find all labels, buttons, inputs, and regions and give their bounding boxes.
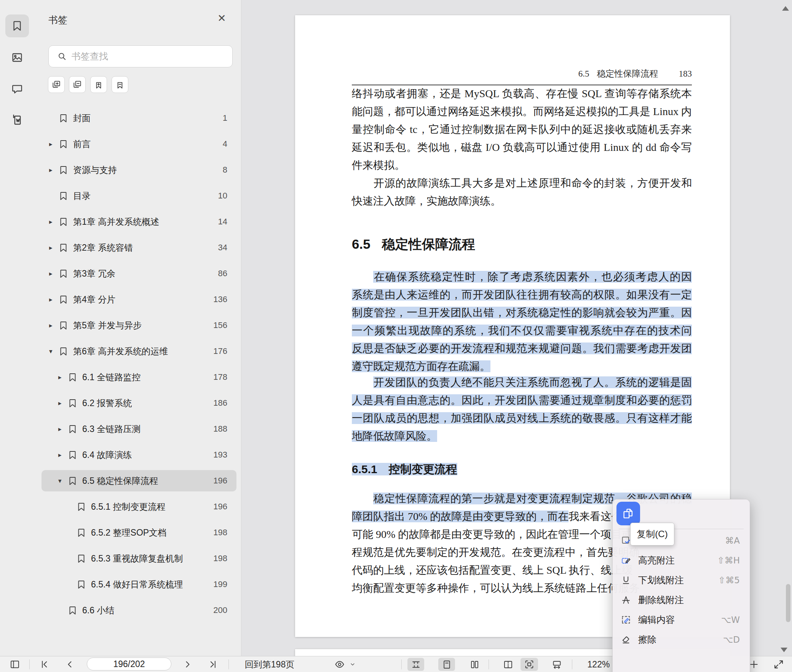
first-page-button[interactable] [37,656,53,672]
last-page-button[interactable] [205,656,221,672]
back-to-page-button[interactable]: 回到第198页 [239,656,300,672]
scroll-down-arrow[interactable] [781,648,787,652]
bookmark-icon [58,113,69,123]
bookmark-tree-item[interactable]: ▸ 第2章 系统容错 34 [37,235,241,261]
expand-all-icon [51,80,61,90]
previous-page-button[interactable] [62,656,78,672]
expand-all-button[interactable] [48,76,65,93]
rail-bookmarks-button[interactable] [5,14,29,37]
menu-item-label: 擦除 [638,634,656,646]
toolbar-divider [401,659,402,669]
rail-thumbnails-button[interactable] [5,46,29,69]
heading-number: 6.5.1 [352,463,377,475]
fit-page-button[interactable] [521,658,538,671]
fit-width-button[interactable] [548,658,565,671]
tree-arrow-icon[interactable]: ▸ [58,373,67,381]
bookmark-tree-item[interactable]: ▸ 第5章 并发与异步 156 [37,312,241,338]
rail-comments-button[interactable] [5,77,29,100]
menu-item-label: 编辑内容 [638,614,675,626]
bookmark-label: 6.4 故障演练 [82,449,132,461]
bookmark-tree-item[interactable]: 6.5.4 做好日常系统梳理 199 [37,571,241,597]
scrollbar-thumb[interactable] [786,584,790,622]
tree-arrow-icon[interactable]: ▸ [49,296,58,304]
next-page-button[interactable] [180,656,196,672]
fullscreen-button[interactable] [770,656,787,672]
context-menu-item[interactable]: 下划线附注 ⇧⌘5 [613,570,750,590]
bookmark-tree-item[interactable]: 6.6 小结 200 [37,597,241,623]
scroll-up-arrow[interactable] [782,6,789,11]
context-menu-item[interactable]: 编辑内容 ⌥W [613,610,750,630]
bookmark-tree-item[interactable]: ▸ 6.1 全链路监控 178 [37,364,241,390]
menu-item-label: 删除线附注 [638,594,684,606]
bookmark-label: 6.3 全链路压测 [82,423,141,435]
bookmarks-panel: 书签 ✕ 书签查找 封面 1 ▸ 前言 4 [37,0,241,656]
read-mode-button[interactable] [332,656,347,672]
bookmark-label: 封面 [73,112,91,124]
two-page-view-button[interactable] [466,658,483,671]
facing-pages-button[interactable] [500,658,516,671]
running-header-section-title: 稳定性保障流程 [597,68,658,80]
single-page-view-button[interactable] [438,658,455,671]
bookmark-tree-item[interactable]: 6.5.2 整理SOP文档 198 [37,520,241,546]
zoom-level-button[interactable]: 122% [583,656,614,672]
tree-arrow-icon[interactable]: ▸ [58,451,67,459]
copy-quick-action-button[interactable] [616,502,640,525]
bookmark-tree-item[interactable]: ▸ 前言 4 [37,131,241,157]
tree-arrow-icon[interactable]: ▸ [58,425,67,433]
tree-arrow-icon[interactable]: ▸ [58,399,67,407]
bookmark-tree-item[interactable]: ▸ 第3章 冗余 86 [37,261,241,286]
delete-bookmark-button[interactable] [112,76,128,93]
tree-arrow-icon[interactable]: ▸ [49,140,58,148]
add-bookmark-button[interactable] [90,76,107,93]
bookmark-tree-item[interactable]: ▸ 第4章 分片 136 [37,286,241,312]
page-number-input[interactable]: 196/202 [87,658,171,670]
bookmark-tree-item[interactable]: 封面 1 [37,105,241,131]
tree-arrow-icon[interactable]: ▸ [49,322,58,330]
text-line: 开源的故障演练工具大多是对上述原理和命令的封装，方便开发和运维人员 [352,174,692,192]
tree-arrow-icon[interactable]: ▾ [58,477,67,485]
text-line: 一团队成员的思想，加强团队成员对线上系统的敬畏感。只有这样才能最大程度 [352,409,692,427]
read-mode-dropdown[interactable] [348,656,357,672]
tree-arrow-icon[interactable]: ▸ [49,244,58,252]
tree-arrow-icon[interactable]: ▸ [49,270,58,278]
bookmark-tree-item[interactable]: 目录 10 [37,183,241,209]
comment-icon [11,83,23,95]
bookmark-tree-item[interactable]: ▸ 6.2 报警系统 186 [37,390,241,416]
bookmark-search-input[interactable]: 书签查找 [48,45,233,67]
bookmark-page-number: 156 [213,320,227,330]
bookmark-tree-item[interactable]: ▾ 6.5 稳定性保障流程 196 [37,468,241,494]
bookmark-icon [58,217,69,227]
rail-export-button[interactable] [5,108,29,131]
fullscreen-icon [773,659,784,670]
bookmark-page-number: 200 [213,605,227,615]
bookmark-tree: 封面 1 ▸ 前言 4 ▸ 资源与支持 8 目录 10 [37,105,241,623]
bookmark-page-number: 1 [223,113,227,123]
tree-arrow-icon[interactable]: ▸ [49,166,58,174]
bookmark-page-number: 86 [218,269,227,278]
bookmark-tree-item[interactable]: ▸ 资源与支持 8 [37,157,241,183]
bookmark-tree-item[interactable]: 6.5.3 重视故障复盘机制 198 [37,546,241,571]
close-panel-button[interactable]: ✕ [217,12,226,24]
collapse-all-button[interactable] [69,76,86,93]
toggle-sidebar-button[interactable] [7,656,23,672]
bookmark-tools [37,76,241,93]
page-indicator: 196/202 [113,659,145,669]
previous-page-icon [64,659,75,670]
continuous-scroll-icon [411,659,421,670]
bookmark-tree-item[interactable]: ▸ 6.3 全链路压测 188 [37,416,241,442]
tree-arrow-icon[interactable]: ▸ [49,218,58,226]
tree-arrow-icon[interactable]: ▾ [49,347,58,355]
bookmark-icon [67,398,78,408]
context-menu-item[interactable]: 擦除 ⌥D [613,630,750,650]
bookmark-tree-item[interactable]: ▾ 第6章 高并发系统的运维 176 [37,338,241,364]
bookmark-tree-item[interactable]: ▸ 第1章 高并发系统概述 14 [37,209,241,235]
menu-item-icon [621,614,631,625]
bookmark-tree-item[interactable]: ▸ 6.4 故障演练 193 [37,442,241,468]
continuous-scroll-button[interactable] [407,658,424,671]
context-menu-item[interactable]: 删除线附注 [613,590,750,610]
section-heading-6-5-1: 6.5.1控制变更流程 [352,462,457,477]
bookmark-icon [58,346,69,357]
bookmark-tree-item[interactable]: 6.5.1 控制变更流程 196 [37,494,241,520]
bookmark-page-number: 196 [213,476,227,486]
context-menu-item[interactable]: 高亮附注 ⇧⌘H [613,550,750,570]
